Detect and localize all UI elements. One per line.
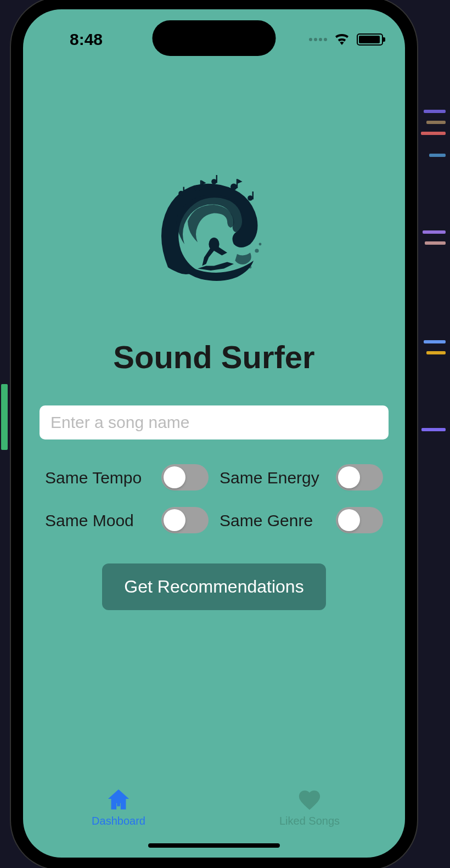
get-recommendations-button[interactable]: Get Recommendations (102, 563, 325, 610)
wifi-icon (334, 32, 350, 47)
tab-label-dashboard: Dashboard (92, 815, 145, 827)
dynamic-island (153, 20, 276, 56)
toggle-switch-mood[interactable] (161, 507, 209, 533)
svg-point-11 (255, 249, 258, 252)
svg-rect-14 (117, 802, 120, 807)
toggle-label-tempo: Same Tempo (45, 469, 142, 487)
app-logo-icon (143, 163, 285, 306)
toggle-row-genre: Same Genre (220, 507, 383, 533)
svg-rect-6 (237, 179, 238, 188)
toggle-label-mood: Same Mood (45, 511, 134, 529)
toggle-row-mood: Same Mood (45, 507, 209, 533)
toggle-switch-tempo[interactable] (161, 464, 209, 491)
svg-rect-2 (200, 181, 201, 190)
tab-dashboard[interactable]: Dashboard (23, 787, 214, 827)
svg-point-1 (194, 185, 201, 191)
toggle-label-energy: Same Energy (220, 469, 319, 487)
svg-rect-4 (216, 175, 217, 183)
svg-rect-8 (252, 191, 254, 199)
toggle-row-tempo: Same Tempo (45, 464, 209, 491)
tab-label-liked: Liked Songs (279, 815, 340, 827)
toggle-label-genre: Same Genre (220, 511, 313, 529)
svg-rect-10 (183, 187, 184, 195)
status-time: 8:48 (70, 30, 103, 49)
phone-screen: 8:48 (23, 9, 405, 858)
svg-point-5 (230, 184, 237, 190)
toggle-switch-energy[interactable] (336, 464, 383, 491)
home-indicator[interactable] (148, 843, 280, 848)
heart-icon (297, 787, 322, 813)
svg-point-9 (178, 191, 184, 196)
app-content: Sound Surfer Same Tempo Same Energy Same… (23, 64, 405, 781)
svg-point-13 (249, 266, 252, 269)
song-search-input[interactable] (40, 405, 389, 439)
battery-icon (357, 33, 383, 46)
app-title: Sound Surfer (113, 339, 314, 375)
phone-frame: 8:48 (11, 0, 417, 868)
toggles-grid: Same Tempo Same Energy Same Mood Same Ge… (40, 464, 389, 533)
toggle-row-energy: Same Energy (220, 464, 383, 491)
svg-point-3 (211, 179, 217, 184)
home-icon (106, 787, 131, 813)
toggle-switch-genre[interactable] (336, 507, 383, 533)
svg-point-7 (248, 195, 253, 201)
tab-liked-songs[interactable]: Liked Songs (214, 787, 405, 827)
status-dots-icon (309, 38, 327, 41)
svg-point-12 (259, 243, 262, 246)
